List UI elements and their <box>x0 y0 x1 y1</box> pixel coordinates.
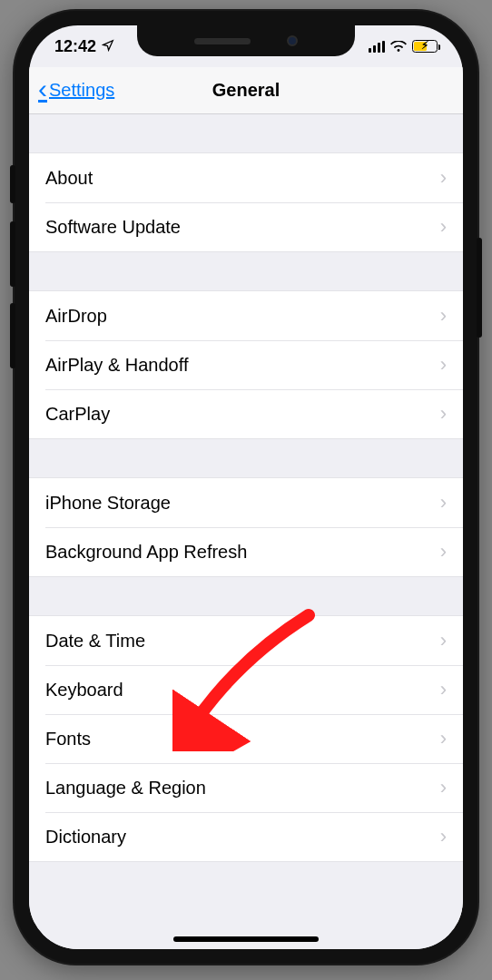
home-indicator[interactable] <box>173 936 319 942</box>
cell-label: Background App Refresh <box>45 542 247 563</box>
side-button-silent <box>10 165 15 203</box>
cell-background-app-refresh[interactable]: Background App Refresh › <box>29 527 463 576</box>
battery-icon: ⚡︎ <box>412 40 438 53</box>
chevron-right-icon: › <box>440 678 447 701</box>
cell-dictionary[interactable]: Dictionary › <box>29 812 463 861</box>
wifi-icon <box>390 41 407 53</box>
chevron-left-icon: ‹ <box>38 74 47 104</box>
settings-group: iPhone Storage › Background App Refresh … <box>29 477 463 577</box>
side-button-volume-down <box>10 303 15 368</box>
cell-label: AirPlay & Handoff <box>45 355 189 376</box>
chevron-right-icon: › <box>440 166 447 190</box>
speaker-grille <box>194 38 251 44</box>
cell-label: Date & Time <box>45 631 145 652</box>
cell-label: CarPlay <box>45 404 110 425</box>
cell-about[interactable]: About › <box>29 153 463 202</box>
chevron-right-icon: › <box>440 776 447 799</box>
chevron-right-icon: › <box>440 215 447 239</box>
settings-group: AirDrop › AirPlay & Handoff › CarPlay › <box>29 290 463 439</box>
cell-airdrop[interactable]: AirDrop › <box>29 291 463 340</box>
cell-label: About <box>45 168 93 189</box>
back-label: Settings <box>49 80 114 101</box>
group-spacer <box>29 114 463 152</box>
cell-carplay[interactable]: CarPlay › <box>29 389 463 438</box>
cell-language-region[interactable]: Language & Region › <box>29 763 463 812</box>
group-spacer <box>29 577 463 615</box>
chevron-right-icon: › <box>440 825 447 848</box>
cell-keyboard[interactable]: Keyboard › <box>29 665 463 714</box>
screen: 12:42 ⚡︎ ‹ Settings Genera <box>29 25 463 949</box>
back-button[interactable]: ‹ Settings <box>38 67 114 113</box>
chevron-right-icon: › <box>440 540 447 564</box>
cell-date-time[interactable]: Date & Time › <box>29 616 463 665</box>
location-icon <box>102 39 114 54</box>
settings-group: Date & Time › Keyboard › Fonts › Languag… <box>29 615 463 862</box>
cell-label: Software Update <box>45 217 181 238</box>
notch <box>137 25 355 56</box>
side-button-power <box>477 238 482 338</box>
cell-label: AirDrop <box>45 306 107 327</box>
cell-label: Keyboard <box>45 680 123 701</box>
cellular-signal-icon <box>369 41 385 53</box>
cell-label: Dictionary <box>45 827 126 848</box>
page-title: General <box>212 80 280 101</box>
cell-software-update[interactable]: Software Update › <box>29 202 463 251</box>
chevron-right-icon: › <box>440 727 447 750</box>
cell-airplay-handoff[interactable]: AirPlay & Handoff › <box>29 340 463 389</box>
front-camera <box>287 35 298 46</box>
side-button-volume-up <box>10 221 15 287</box>
chevron-right-icon: › <box>440 353 447 377</box>
chevron-right-icon: › <box>440 629 447 652</box>
chevron-right-icon: › <box>440 304 447 328</box>
group-spacer <box>29 439 463 477</box>
cell-fonts[interactable]: Fonts › <box>29 714 463 763</box>
settings-group: About › Software Update › <box>29 152 463 252</box>
content-scroll[interactable]: About › Software Update › AirDrop › AirP… <box>29 114 463 949</box>
cell-iphone-storage[interactable]: iPhone Storage › <box>29 478 463 527</box>
chevron-right-icon: › <box>440 402 447 426</box>
cell-label: iPhone Storage <box>45 493 171 514</box>
cell-label: Language & Region <box>45 778 206 799</box>
status-time: 12:42 <box>54 37 96 56</box>
group-spacer <box>29 862 463 900</box>
cell-label: Fonts <box>45 729 91 750</box>
chevron-right-icon: › <box>440 491 447 514</box>
phone-frame: 12:42 ⚡︎ ‹ Settings Genera <box>15 11 477 964</box>
nav-bar: ‹ Settings General <box>29 67 463 114</box>
group-spacer <box>29 252 463 290</box>
